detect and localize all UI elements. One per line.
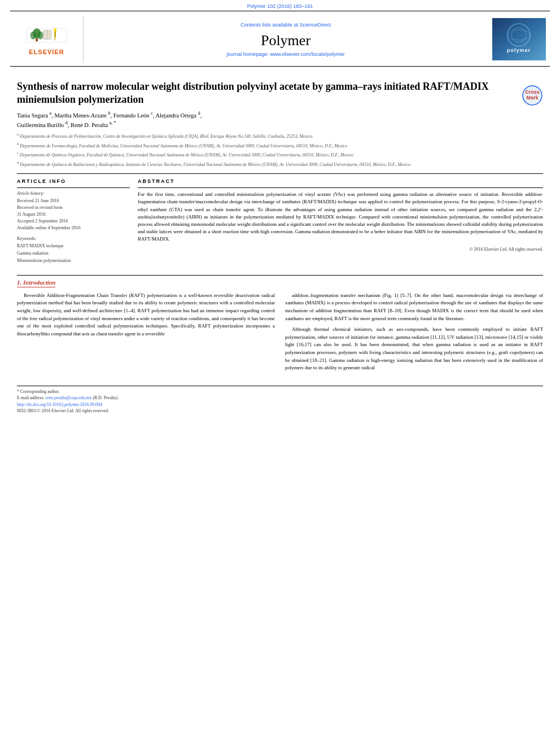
journal-name: Polymer (261, 32, 310, 49)
crossmark-area[interactable]: Cross Mark (522, 85, 543, 107)
polymer-logo-image: polymer (492, 18, 546, 60)
author-alejandra: Alejandra Ortega (155, 112, 196, 118)
copyright: © 2016 Elsevier Ltd. All rights reserved… (138, 247, 543, 252)
title-area: Cross Mark Synthesis of narrow molecular… (17, 80, 543, 107)
keywords-label: Keywords: (17, 236, 130, 241)
affil-d: d Departamento de Química de Radiaciones… (17, 160, 543, 168)
author-sup-a: a (50, 111, 52, 116)
history-label: Article history: (17, 191, 130, 196)
available-date: Available online 4 September 2016 (17, 225, 130, 231)
email-suffix: (R.D. Peralta). (92, 395, 119, 400)
affil-b: b Departamento de Farmacología, Facultad… (17, 141, 543, 150)
homepage-link[interactable]: www.elsevier.com/locate/polymer (270, 51, 345, 57)
journal-ref-text: Polymer 102 (2016) 183–191 (247, 3, 313, 9)
sciencedirect-line: Contents lists available at ScienceDirec… (240, 22, 331, 28)
svg-rect-7 (54, 32, 56, 38)
intro-section-title: 1. Introduction (17, 279, 55, 287)
keyword-2: Gamma radiation (17, 250, 130, 257)
corresponding-note: * Corresponding author. (17, 389, 543, 394)
homepage-prefix: journal homepage: (226, 51, 270, 57)
email-note: E-mail address: rene.peralta@ciqa.edu.mx… (17, 395, 543, 400)
authors-line: Tania Segura a, Martha Menes-Arzate b, F… (17, 110, 543, 130)
publisher-logo-area: ELSEVIER (10, 16, 84, 63)
journal-ref: Polymer 102 (2016) 183–191 (0, 0, 560, 11)
intro-para-3: Although thermal chemical initiators, su… (285, 326, 543, 372)
sciencedirect-link[interactable]: ScienceDirect (300, 22, 331, 28)
issn-line: 0032-3861/© 2016 Elsevier Ltd. All right… (17, 408, 543, 413)
abstract-paragraph: For the first time, conventional and con… (138, 191, 543, 243)
corresponding-label: * Corresponding author. (17, 389, 60, 394)
accepted-date: Accepted 2 September 2016 (17, 218, 130, 225)
affiliations: a Departamento de Procesos de Polimeriza… (17, 132, 543, 168)
main-content: Cross Mark Synthesis of narrow molecular… (0, 67, 560, 420)
svg-text:Cross: Cross (525, 89, 540, 95)
keyword-1: RAFT/MADIX technique (17, 243, 130, 250)
sciencedirect-prefix: Contents lists available at (240, 22, 300, 28)
article-title: Synthesis of narrow molecular weight dis… (17, 80, 543, 107)
elsevier-label: ELSEVIER (29, 49, 64, 55)
author-tania: Tania Segura (17, 112, 48, 118)
crossmark-icon[interactable]: Cross Mark (522, 85, 543, 106)
svg-text:Mark: Mark (526, 95, 539, 101)
svg-point-2 (30, 32, 36, 40)
svg-text:polymer: polymer (506, 47, 530, 53)
author-sup-b: b (108, 111, 110, 116)
doi-line[interactable]: http://dx.doi.org/10.1016/j.polymer.2016… (17, 402, 543, 407)
abstract-text: For the first time, conventional and con… (138, 191, 543, 243)
keyword-3: Miniemulsion polymerization (17, 257, 130, 265)
svg-rect-10 (492, 18, 546, 60)
email-label: E-mail address: (17, 395, 46, 400)
affil-c: c Departamento de Química Orgánica, Facu… (17, 150, 543, 159)
svg-rect-4 (36, 38, 38, 41)
page: Polymer 102 (2016) 183–191 ELSEV (0, 0, 560, 747)
polymer-logo-box: polymer (492, 18, 546, 60)
introduction-section: 1. Introduction Reversible Addition-Frag… (17, 275, 543, 375)
received-date: Received 21 June 2016 (17, 198, 130, 204)
author-sup-c: c (151, 111, 153, 116)
intro-col-right: addition–fragmentation transfer mechanis… (285, 292, 543, 375)
author-rene: René D. Peralta (71, 122, 108, 128)
svg-point-3 (37, 32, 43, 40)
affil-a: a Departamento de Procesos de Polimeriza… (17, 132, 543, 140)
author-martha: Martha Menes-Arzate (54, 112, 106, 118)
abstract-label: ABSTRACT (138, 178, 543, 184)
intro-para-1: Reversible Addition-Fragmentation Chain … (17, 292, 275, 338)
author-sup-d: d (198, 111, 200, 116)
elsevier-logo-svg (24, 23, 69, 49)
author-fernando: Fernando León (113, 112, 150, 118)
received-revised-date: 31 August 2016 (17, 211, 130, 218)
intro-para-2: addition–fragmentation transfer mechanis… (285, 292, 543, 323)
header: ELSEVIER Contents lists available at Sci… (10, 11, 550, 67)
header-center: Contents lists available at ScienceDirec… (84, 16, 488, 63)
footnote-area: * Corresponding author. E-mail address: … (17, 386, 543, 413)
article-info-col: ARTICLE INFO Article history: Received 2… (17, 178, 130, 264)
intro-two-col: Reversible Addition-Fragmentation Chain … (17, 292, 543, 375)
intro-col-left: Reversible Addition-Fragmentation Chain … (17, 292, 275, 375)
received-revised: Received in revised form (17, 204, 130, 211)
abstract-col: ABSTRACT For the first time, conventiona… (138, 178, 543, 264)
info-abstract-section: ARTICLE INFO Article history: Received 2… (17, 173, 543, 264)
email-link[interactable]: rene.peralta@ciqa.edu.mx (46, 395, 92, 400)
journal-homepage: journal homepage: www.elsevier.com/locat… (226, 51, 345, 57)
article-info-label: ARTICLE INFO (17, 178, 130, 184)
author-sup-d2: d (65, 120, 68, 125)
author-sup-a2: a, * (110, 120, 116, 125)
author-guillermina: Guillermina Burillo (17, 122, 64, 128)
journal-logo-area: polymer (488, 16, 550, 63)
